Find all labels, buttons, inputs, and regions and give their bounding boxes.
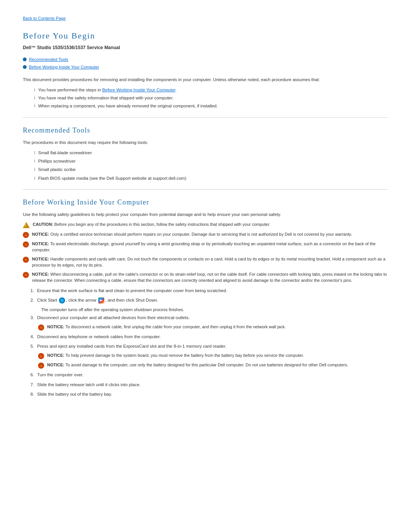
notice-icon-2: ○: [23, 241, 29, 248]
notice-block-3: ○ NOTICE: Handle components and cards wi…: [23, 256, 388, 268]
notice-text-step5a: NOTICE: To help prevent damage to the sy…: [47, 353, 388, 359]
notice-text-step5b: NOTICE: To avoid damage to the computer,…: [47, 362, 388, 368]
before-working-link[interactable]: Before Working Inside Your Computer: [102, 88, 175, 92]
step-4: 4. Disconnect any telephone or network c…: [30, 334, 388, 340]
step-4-text: Disconnect any telephone or network cabl…: [37, 334, 161, 340]
toc-bullet-2: [23, 65, 27, 69]
step-7: 7. Slide the battery release latch until…: [30, 382, 388, 388]
recommended-tools-title: Recommended Tools: [23, 125, 388, 136]
before-working-title: Before Working Inside Your Computer: [23, 197, 388, 208]
notice-icon-3: ○: [23, 257, 29, 263]
step-3-text: Disconnect your computer and all attache…: [37, 315, 190, 321]
step-8: 8. Slide the battery out of the battery …: [30, 391, 388, 398]
arrow-icon: ▶: [98, 297, 104, 304]
steps-list: 1. Ensure that the work surface is flat …: [30, 288, 388, 398]
step-5-text: Press and eject any installed cards from…: [37, 343, 226, 350]
tool-2: Phillips screwdriver: [34, 158, 388, 165]
step-6: 6. Turn the computer over.: [30, 372, 388, 378]
intro-text: This document provides procedures for re…: [23, 77, 388, 83]
step-8-num: 8.: [30, 391, 34, 398]
tool-3: Small plastic scribe: [34, 166, 388, 173]
toc-bullet-1: [23, 58, 27, 61]
notice-block-1: ○ NOTICE: Only a certified service techn…: [23, 232, 388, 238]
notice-icon-step3: ○: [38, 324, 44, 331]
toc-label-1[interactable]: Recommended Tools: [29, 56, 68, 63]
divider-2: [23, 189, 388, 190]
step-7-text: Slide the battery release latch until it…: [37, 382, 141, 388]
step-3-num: 3.: [30, 315, 34, 321]
divider-1: [23, 117, 388, 118]
back-to-contents-link[interactable]: Back to Contents Page: [23, 15, 388, 22]
subtitle: Dell™ Studio 1535/1536/1537 Service Manu…: [23, 44, 388, 51]
recommended-tools-intro: The procedures in this document may requ…: [23, 139, 388, 146]
notice-block-4: ○ NOTICE: When disconnecting a cable, pu…: [23, 272, 388, 284]
toc-item-before-working[interactable]: Before Working Inside Your Computer: [23, 64, 388, 70]
step-7-num: 7.: [30, 382, 34, 388]
notice-text-1: NOTICE: Only a certified service technic…: [32, 232, 388, 238]
step-3: 3. Disconnect your computer and all atta…: [30, 315, 388, 321]
notice-icon-1: ○: [23, 232, 29, 238]
notice-icon-4: ○: [23, 272, 29, 278]
caution-text: CAUTION: Before you begin any of the pro…: [33, 222, 388, 228]
notice-block-step3: ○ NOTICE: To disconnect a network cable,…: [38, 324, 388, 331]
notice-text-3: NOTICE: Handle components and cards with…: [32, 256, 388, 268]
step-1: 1. Ensure that the work surface is flat …: [30, 288, 388, 294]
step-2-num: 2.: [30, 297, 34, 304]
tools-list: Small flat-blade screwdriver Phillips sc…: [34, 150, 388, 182]
notice-block-step5a: ○ NOTICE: To help prevent damage to the …: [38, 353, 388, 359]
caution-icon: [23, 222, 30, 228]
notice-text-2: NOTICE: To avoid electrostatic discharge…: [32, 241, 388, 253]
page-title: Before You Begin: [23, 29, 388, 42]
caution-block: CAUTION: Before you begin any of the pro…: [23, 222, 388, 228]
toc-label-2[interactable]: Before Working Inside Your Computer: [29, 64, 99, 70]
tool-4: Flash BIOS update media (see the Dell Su…: [34, 175, 388, 182]
toc-item-recommended-tools[interactable]: Recommended Tools: [23, 56, 388, 63]
notice-text-4: NOTICE: When disconnecting a cable, pull…: [32, 272, 388, 284]
notice-icon-step5a: ○: [38, 353, 44, 359]
step-1-num: 1.: [30, 288, 34, 294]
step-1-text: Ensure that the work surface is flat and…: [37, 288, 227, 294]
intro-bullet-1: You have performed the steps in Before W…: [34, 87, 388, 93]
notice-icon-step5b: ○: [38, 363, 44, 369]
start-button-icon: [59, 297, 65, 304]
intro-bullet-3: When replacing a component, you have alr…: [34, 103, 388, 109]
before-working-intro: Use the following safety guidelines to h…: [23, 211, 388, 218]
notice-block-step5b: ○ NOTICE: To avoid damage to the compute…: [38, 362, 388, 369]
step-5-num: 5.: [30, 343, 34, 350]
step-2: 2. Click Start , click the arrow ▶, and …: [30, 297, 388, 304]
intro-bullets: You have performed the steps in Before W…: [34, 87, 388, 110]
intro-bullet-2: You have read the safety information tha…: [34, 95, 388, 101]
step-6-num: 6.: [30, 372, 34, 378]
notice-text-step3: NOTICE: To disconnect a network cable, f…: [47, 324, 388, 330]
step-8-text: Slide the battery out of the battery bay…: [37, 391, 112, 398]
step-4-num: 4.: [30, 334, 34, 340]
step-6-text: Turn the computer over.: [37, 372, 84, 378]
notice-block-2: ○ NOTICE: To avoid electrostatic dischar…: [23, 241, 388, 253]
step-5: 5. Press and eject any installed cards f…: [30, 343, 388, 350]
step-2-sub: The computer turns off after the operati…: [41, 307, 388, 313]
tool-1: Small flat-blade screwdriver: [34, 150, 388, 156]
toc-list: Recommended Tools Before Working Inside …: [23, 56, 388, 70]
step-2-text: Click Start , click the arrow ▶, and the…: [37, 297, 158, 304]
